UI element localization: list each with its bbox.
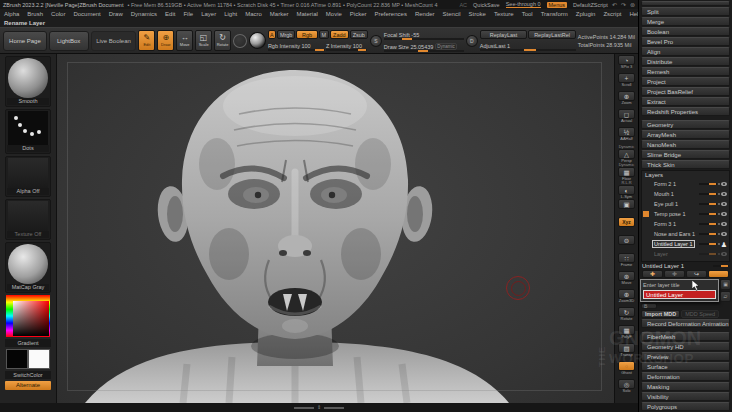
layer-row[interactable]: Temp pose 1 ♟ [652, 209, 727, 219]
redo-icon[interactable]: ↷ [621, 1, 626, 8]
panel-button[interactable]: Geometry HD [641, 342, 730, 351]
strip-item[interactable]: ⊛ Move [616, 271, 638, 289]
menu-item[interactable]: Zscript [603, 11, 621, 17]
live-boolean-button[interactable]: Live Boolean [91, 31, 137, 51]
layer-eye-icon[interactable] [721, 252, 727, 256]
layer-row[interactable]: Nose and Ears 1 ♟ [652, 229, 727, 239]
layer-row[interactable]: Layer ♟ [652, 249, 727, 259]
menu-item[interactable]: Stencil [443, 11, 461, 17]
scrollbar-handle[interactable] [324, 407, 344, 409]
panel-button-partial[interactable] [641, 1, 730, 6]
panel-button[interactable]: FiberMesh [641, 332, 730, 341]
menu-item[interactable]: Macro [245, 11, 262, 17]
brush-selector[interactable]: Smooth [5, 56, 51, 107]
panel-button[interactable]: Deformation [641, 372, 730, 381]
scrollbar-handle[interactable] [294, 407, 314, 409]
layer-eye-icon[interactable] [721, 182, 727, 186]
menu-item[interactable]: Document [73, 11, 100, 17]
strip-item[interactable]: ▣ [616, 199, 638, 217]
adjust-last-slider[interactable]: AdjustLast 1 [480, 41, 576, 51]
layer-row[interactable]: Form 3 1 ♟ [652, 219, 727, 229]
active-color-swatch[interactable]: A [268, 30, 276, 39]
rgb-intensity-slider[interactable]: Rgb Intensity 100 [268, 41, 325, 51]
menu-item[interactable]: Picker [350, 11, 367, 17]
selected-layer-slider[interactable] [713, 265, 729, 267]
strip-item[interactable]: Xyz [616, 217, 638, 235]
menu-item[interactable]: Dynamics [131, 11, 157, 17]
layer-eye-icon[interactable] [721, 212, 727, 216]
focal-shift-slider[interactable]: Focal Shift -55 [384, 30, 464, 40]
layer-intensity-slider[interactable] [699, 193, 717, 195]
menu-item[interactable]: Stroke [469, 11, 486, 17]
strip-item[interactable]: R.L.R ◐ L.Sym [616, 181, 638, 199]
rotate-button[interactable]: ↻ Rotate [214, 30, 231, 51]
panel-button[interactable]: Merge [641, 17, 730, 26]
material-selector[interactable]: MatCap Gray [5, 242, 51, 293]
menu-item[interactable]: Movie [326, 11, 342, 17]
draw-size-slider[interactable]: Draw Size 25.05439 Dynamic [384, 42, 464, 52]
bake-layer-button[interactable] [708, 270, 729, 278]
menu-item[interactable]: Render [415, 11, 435, 17]
layer-intensity-slider[interactable] [699, 183, 717, 185]
panel-button[interactable]: Project [641, 77, 730, 86]
layer-name[interactable]: Mouth 1 [652, 190, 676, 198]
default-zscript-button[interactable]: DefaultZScript [573, 2, 608, 8]
menu-item[interactable]: Transform [541, 11, 568, 17]
panel-button[interactable]: Thick Skin [641, 160, 730, 169]
strip-item[interactable]: ½ AAHalf [616, 127, 638, 145]
edit-button[interactable]: ✎ Edit [138, 30, 155, 51]
stroke-history-icon[interactable]: ⊛ [630, 1, 635, 8]
quicksave-button[interactable]: QuickSave [473, 2, 500, 8]
strip-item[interactable]: ⊕ Zoom3D [616, 289, 638, 307]
panel-button[interactable]: Bevel Pro [641, 37, 730, 46]
layer-row[interactable]: Mouth 1 ♟ [652, 189, 727, 199]
gradient-label[interactable]: Gradient [5, 339, 51, 347]
panel-button[interactable]: Distribute [641, 57, 730, 66]
rgb-button[interactable]: Rgb [296, 30, 317, 39]
undo-icon[interactable]: ↶ [612, 1, 617, 8]
popup-ok-button[interactable]: ▣ [720, 279, 731, 290]
partial-bake-button[interactable]: B [641, 303, 657, 309]
color-picker[interactable] [6, 295, 50, 337]
strip-item[interactable]: ▦ PolyF [616, 325, 638, 343]
panel-button[interactable]: Masking [641, 382, 730, 391]
layer-name[interactable]: Temp pose 1 [652, 210, 688, 218]
strip-item[interactable]: ▨ Transp [616, 343, 638, 361]
strip-item[interactable]: ◎ Solo [616, 379, 638, 397]
layer-intensity-slider[interactable] [699, 213, 717, 215]
layer-name[interactable]: Form 3 1 [652, 220, 678, 228]
panel-button[interactable]: Split [641, 7, 730, 16]
panel-button[interactable]: NanoMesh [641, 140, 730, 149]
replay-last-button[interactable]: ReplayLast [480, 30, 528, 39]
scale-button[interactable]: ◱ Scale [195, 30, 212, 51]
menu-item[interactable]: Texture [494, 11, 514, 17]
record-deformation-button[interactable]: Record Deformation Animation [641, 319, 730, 328]
menu-item[interactable]: Light [224, 11, 237, 17]
document-canvas[interactable] [57, 54, 614, 403]
layer-name[interactable]: Eye pull 1 [652, 200, 680, 208]
home-page-button[interactable]: Home Page [3, 31, 47, 51]
popup-corner-button[interactable]: ▱ [720, 291, 731, 302]
layer-record-icon[interactable]: ♟ [721, 241, 727, 248]
import-mdd-button[interactable]: Import MDD [641, 310, 680, 318]
z-intensity-slider[interactable]: Z Intensity 100 [326, 41, 367, 51]
strip-item[interactable]: Dynamic ▦ Floor [616, 163, 638, 181]
panel-button[interactable]: Redshift Properties [641, 107, 730, 116]
duplicate-layer-button[interactable]: ✚ [664, 270, 685, 278]
layer-row[interactable]: Untitled Layer 1 ♟ [652, 239, 727, 249]
panel-button[interactable]: Geometry [641, 120, 730, 129]
menu-item[interactable]: Tool [522, 11, 533, 17]
panel-button[interactable]: Visibility [641, 392, 730, 401]
menu-item[interactable]: Color [51, 11, 65, 17]
layers-header[interactable]: Layers [645, 172, 728, 178]
layer-name[interactable]: Layer [652, 250, 670, 258]
ac-toggle[interactable]: AC [459, 2, 467, 8]
scrollbar-toggle-icon[interactable]: ⇕ [317, 405, 321, 410]
saturation-square[interactable] [13, 301, 49, 336]
layer-eye-icon[interactable] [721, 232, 727, 236]
draw-knob[interactable]: D [466, 35, 478, 47]
draw-button[interactable]: ⊕ Draw [157, 30, 174, 51]
texture-selector[interactable]: Texture Off [5, 199, 51, 240]
layer-row[interactable]: Eye pull 1 ♟ [652, 199, 727, 209]
layer-name[interactable]: Nose and Ears 1 [652, 230, 697, 238]
